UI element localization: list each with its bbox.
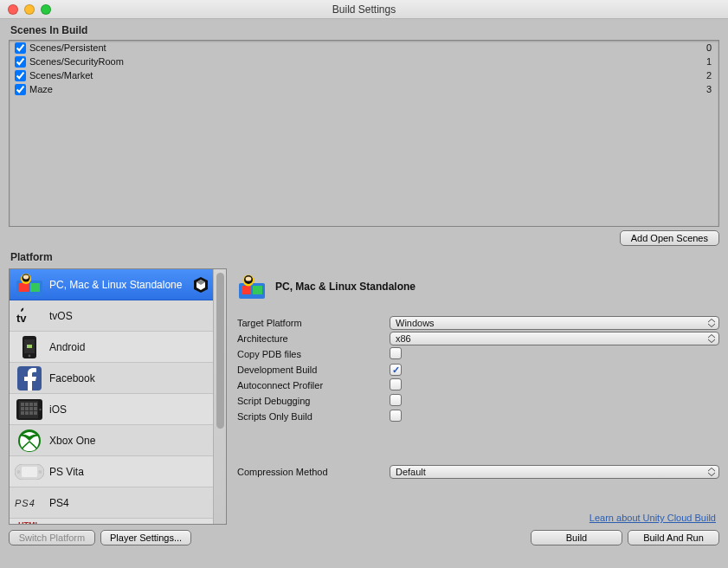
label-copy-pdb: Copy PDB files [237, 349, 390, 359]
scene-path: Scenes/Market [29, 70, 93, 81]
scene-row[interactable]: Scenes/Market 2 [10, 68, 718, 82]
label-compression: Compression Method [237, 467, 390, 477]
select-value: Default [396, 467, 426, 477]
platform-section-label: Platform [0, 246, 728, 267]
scene-path: Scenes/SecurityRoom [29, 56, 124, 67]
platform-item-android[interactable]: Android [10, 332, 226, 363]
platform-label: tvOS [49, 310, 73, 322]
build-and-run-button[interactable]: Build And Run [628, 530, 719, 545]
svg-rect-36 [242, 286, 251, 294]
svg-rect-25 [25, 411, 29, 415]
svg-point-33 [39, 470, 42, 474]
scene-path: Maze [29, 84, 53, 94]
platform-item-ps4[interactable]: PS4 PS4 [10, 487, 226, 519]
svg-rect-18 [29, 403, 33, 406]
label-target-platform: Target Platform [237, 318, 390, 328]
player-settings-button[interactable]: Player Settings... [100, 530, 191, 545]
label-autoconnect: Autoconnect Profiler [237, 380, 390, 390]
checkbox-copy-pdb[interactable] [390, 347, 402, 359]
psvita-icon [15, 460, 44, 484]
scene-index: 0 [706, 42, 713, 53]
svg-rect-19 [34, 403, 37, 406]
build-button[interactable]: Build [531, 530, 622, 545]
svg-rect-17 [25, 403, 29, 406]
svg-rect-31 [22, 467, 37, 477]
platform-label: Android [49, 341, 85, 353]
select-target-platform[interactable]: Windows [390, 316, 719, 330]
cloud-build-link[interactable]: Learn about Unity Cloud Build [589, 513, 716, 523]
svg-point-28 [39, 408, 41, 410]
platform-label: PC, Mac & Linux Standalone [49, 279, 182, 291]
android-icon [15, 335, 44, 359]
svg-rect-23 [34, 407, 37, 410]
platform-item-html-stub[interactable]: HTML [10, 519, 226, 525]
select-compression[interactable]: Default [390, 465, 719, 479]
scene-row[interactable]: Scenes/Persistent 0 [10, 41, 718, 55]
svg-rect-37 [253, 286, 262, 294]
bottom-bar: Switch Platform Player Settings... Build… [0, 525, 728, 552]
add-open-scenes-button[interactable]: Add Open Scenes [620, 230, 719, 246]
label-architecture: Architecture [237, 333, 390, 344]
platform-list[interactable]: PC, Mac & Linux Standalone tv tvO [9, 268, 227, 525]
svg-rect-20 [21, 407, 24, 410]
scenes-list[interactable]: Scenes/Persistent 0 Scenes/SecurityRoom … [9, 40, 719, 227]
svg-rect-27 [34, 411, 37, 415]
platform-label: iOS [49, 403, 67, 416]
svg-text:tv: tv [16, 312, 27, 325]
checkbox-scripts-only[interactable] [390, 410, 402, 422]
appletv-icon: tv [15, 304, 44, 328]
scenes-section-label: Scenes In Build [0, 19, 728, 40]
ps4-icon: PS4 [15, 491, 44, 515]
row-target-platform: Target Platform Windows [237, 315, 719, 331]
settings-header-label: PC, Mac & Linux Standalone [275, 281, 416, 293]
platform-label: HTML [18, 520, 40, 526]
scene-row[interactable]: Scenes/SecurityRoom 1 [10, 55, 718, 68]
select-architecture[interactable]: x86 [390, 332, 719, 345]
platform-item-standalone[interactable]: PC, Mac & Linux Standalone [10, 269, 226, 300]
titlebar: Build Settings [0, 0, 728, 19]
scene-index: 3 [706, 84, 713, 94]
scene-checkbox[interactable] [15, 56, 26, 68]
label-script-debug: Script Debugging [237, 396, 390, 406]
platform-item-facebook[interactable]: Facebook [10, 363, 226, 394]
svg-point-12 [29, 354, 31, 357]
platform-label: PS Vita [49, 466, 84, 478]
svg-rect-26 [29, 411, 33, 415]
scene-checkbox[interactable] [15, 70, 26, 81]
svg-point-40 [246, 276, 252, 281]
window-close-button[interactable] [8, 4, 18, 15]
svg-rect-24 [21, 411, 24, 415]
window-minimize-button[interactable] [24, 4, 35, 15]
label-scripts-only: Scripts Only Build [237, 411, 390, 422]
scene-index: 1 [706, 56, 713, 67]
checkbox-dev-build[interactable] [390, 364, 402, 376]
switch-platform-button[interactable]: Switch Platform [9, 530, 95, 545]
scrollbar-thumb[interactable] [216, 273, 224, 429]
scene-checkbox[interactable] [15, 84, 26, 95]
svg-rect-16 [21, 403, 24, 406]
scene-checkbox[interactable] [15, 42, 26, 54]
scene-path: Scenes/Persistent [29, 42, 106, 53]
svg-rect-2 [30, 283, 40, 292]
row-dev-build: Development Build [237, 362, 719, 378]
row-autoconnect: Autoconnect Profiler [237, 378, 719, 393]
platform-label: Facebook [49, 372, 95, 384]
svg-point-5 [23, 274, 29, 279]
platform-label: PS4 [49, 497, 69, 509]
row-scripts-only: Scripts Only Build [237, 409, 719, 424]
standalone-icon [237, 274, 267, 300]
scene-row[interactable]: Maze 3 [10, 82, 718, 96]
checkbox-autoconnect[interactable] [390, 378, 402, 390]
unity-current-platform-icon [191, 275, 210, 294]
xbox-icon [15, 429, 44, 453]
svg-rect-21 [25, 407, 29, 410]
window-zoom-button[interactable] [41, 4, 51, 15]
platform-item-xboxone[interactable]: Xbox One [10, 425, 226, 456]
row-copy-pdb: Copy PDB files [237, 346, 719, 362]
platform-label: Xbox One [49, 435, 95, 447]
platform-item-psvita[interactable]: PS Vita [10, 456, 226, 487]
select-value: x86 [396, 333, 411, 344]
checkbox-script-debug[interactable] [390, 394, 402, 406]
platform-item-tvos[interactable]: tv tvOS [10, 300, 226, 332]
platform-item-ios[interactable]: iOS [10, 394, 226, 425]
